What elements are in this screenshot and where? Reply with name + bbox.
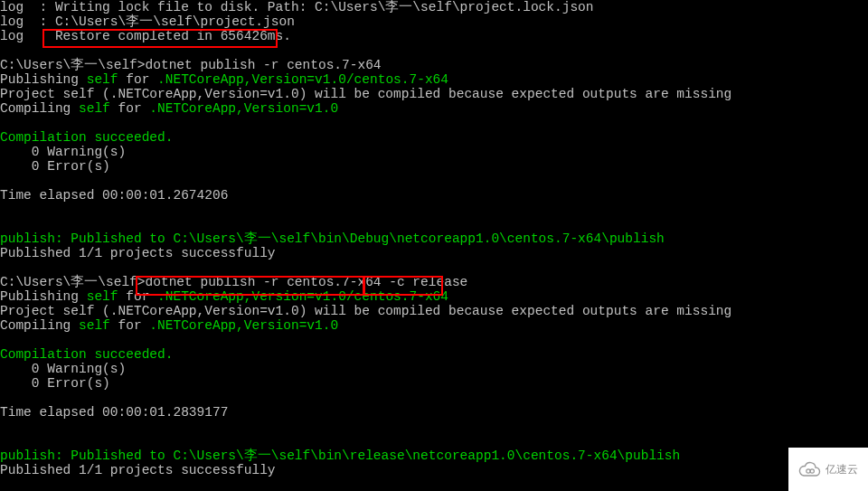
terminal-text [0,203,8,217]
terminal-text: Time elapsed 00:00:01.2839177 [0,405,228,420]
terminal-text: Compiling [0,318,79,333]
terminal-line: 0 Warning(s) [0,362,868,376]
terminal-line: Project self (.NETCoreApp,Version=v1.0) … [0,87,868,101]
terminal-output[interactable]: log : Writing lock file to disk. Path: C… [0,0,868,477]
terminal-text: C:\Users\李一\self>dotnet publish -r cento… [0,58,382,72]
terminal-line: publish: Published to C:\Users\李一\self\b… [0,449,868,463]
terminal-text-highlight: .NETCoreApp,Version=v1.0/centos.7-x64 [157,72,448,87]
terminal-line: Project self (.NETCoreApp,Version=v1.0) … [0,304,868,318]
watermark: 亿速云 [788,448,868,491]
terminal-text: Publishing [0,72,87,87]
terminal-text-highlight: self [79,318,110,333]
terminal-line: C:\Users\李一\self>dotnet publish -r cento… [0,275,868,289]
watermark-text: 亿速云 [826,462,858,477]
terminal-text: log : C:\Users\李一\self\project.json [0,14,295,29]
terminal-line [0,116,868,130]
terminal-text: 0 Error(s) [0,159,110,174]
terminal-text: log : Restore completed in 656426ms. [0,29,291,43]
terminal-text: 0 Error(s) [0,376,110,391]
terminal-text-highlight: .NETCoreApp,Version=v1.0 [149,318,338,333]
terminal-text: Compiling [0,101,79,116]
terminal-text-highlight: .NETCoreApp,Version=v1.0/centos.7-x64 [157,289,448,304]
terminal-text-highlight: publish: Published to C:\Users\李一\self\b… [0,231,665,246]
terminal-line [0,391,868,405]
terminal-line: log : Restore completed in 656426ms. [0,29,868,43]
terminal-text: log : Writing lock file to disk. Path: C… [0,0,594,14]
terminal-text: for [118,72,158,87]
terminal-text: C:\Users\李一\self>dotnet publish -r cento… [0,275,467,289]
terminal-line: Published 1/1 projects successfully [0,463,868,477]
terminal-text: for [118,289,158,304]
terminal-line: Time elapsed 00:00:01.2674206 [0,188,868,203]
terminal-line: Compilation succeeded. [0,130,868,145]
terminal-text-highlight: self [87,289,118,304]
terminal-line: 0 Warning(s) [0,145,868,159]
terminal-text-highlight: Compilation succeeded. [0,347,173,362]
terminal-line: publish: Published to C:\Users\李一\self\b… [0,231,868,246]
terminal-line [0,203,868,217]
terminal-line: Publishing self for .NETCoreApp,Version=… [0,72,868,87]
terminal-line: Compiling self for .NETCoreApp,Version=v… [0,101,868,116]
terminal-text: for [110,101,150,116]
terminal-line: Compilation succeeded. [0,347,868,362]
terminal-text-highlight: Compilation succeeded. [0,130,173,145]
terminal-line: log : C:\Users\李一\self\project.json [0,14,868,29]
terminal-line: 0 Error(s) [0,376,868,391]
terminal-line: 0 Error(s) [0,159,868,174]
terminal-line [0,434,868,449]
terminal-line [0,260,868,275]
cloud-icon [798,461,822,477]
terminal-text-highlight: .NETCoreApp,Version=v1.0 [149,101,338,116]
terminal-text-highlight: self [87,72,118,87]
terminal-line: Time elapsed 00:00:01.2839177 [0,405,868,420]
terminal-line: C:\Users\李一\self>dotnet publish -r cento… [0,58,868,72]
terminal-text: Publishing [0,289,87,304]
terminal-text: Project self (.NETCoreApp,Version=v1.0) … [0,87,731,101]
terminal-line: Compiling self for .NETCoreApp,Version=v… [0,318,868,333]
terminal-line: Publishing self for .NETCoreApp,Version=… [0,289,868,304]
terminal-text: 0 Warning(s) [0,145,126,159]
terminal-line [0,420,868,434]
terminal-text: Published 1/1 projects successfully [0,463,276,477]
terminal-text: Time elapsed 00:00:01.2674206 [0,188,228,203]
terminal-line [0,217,868,231]
terminal-text-highlight: self [79,101,110,116]
terminal-text: 0 Warning(s) [0,362,126,376]
terminal-text-highlight: publish: Published to C:\Users\李一\self\b… [0,449,680,463]
terminal-text [0,420,8,434]
terminal-line: Published 1/1 projects successfully [0,246,868,260]
terminal-line [0,333,868,347]
terminal-text: Project self (.NETCoreApp,Version=v1.0) … [0,304,731,318]
terminal-line [0,43,868,58]
terminal-line [0,174,868,188]
terminal-line: log : Writing lock file to disk. Path: C… [0,0,868,14]
terminal-text: for [110,318,150,333]
terminal-text: Published 1/1 projects successfully [0,246,276,260]
